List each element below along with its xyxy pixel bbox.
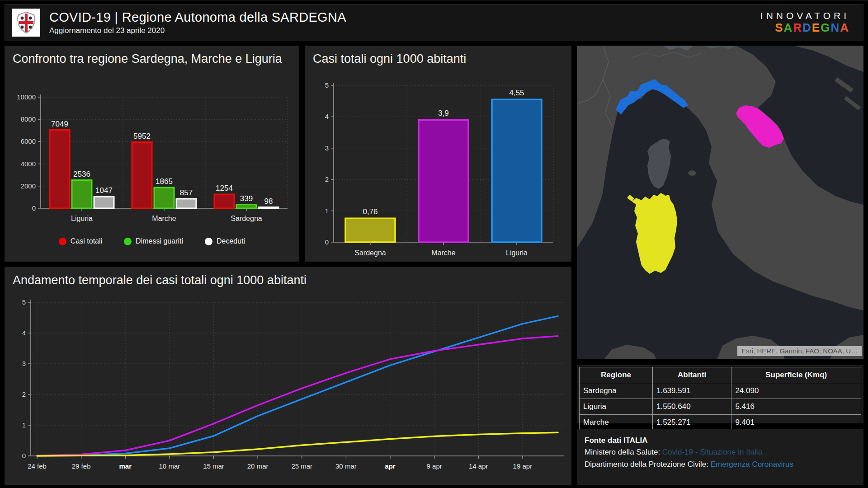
svg-text:98: 98 (264, 197, 273, 206)
brand-letter: D (802, 21, 812, 34)
svg-text:14 apr: 14 apr (469, 462, 488, 470)
svg-text:3: 3 (325, 144, 329, 152)
legend-item: Deceduti (205, 237, 245, 245)
svg-text:Liguria: Liguria (71, 215, 93, 222)
svg-text:6000: 6000 (21, 137, 36, 145)
svg-text:3: 3 (22, 360, 26, 367)
svg-text:0,76: 0,76 (363, 207, 377, 216)
svg-text:4: 4 (22, 329, 26, 337)
table-cell: Liguria (580, 399, 653, 415)
legend-label: Deceduti (217, 237, 245, 245)
svg-text:9 apr: 9 apr (427, 462, 442, 470)
sardegna-coat-of-arms-logo (12, 9, 40, 37)
svg-text:Marche: Marche (431, 249, 455, 257)
covid-dashboard: COVID-19 | Regione Autonoma della SARDEG… (0, 0, 868, 488)
svg-text:2: 2 (22, 390, 26, 398)
brand-letter: S (775, 21, 783, 34)
svg-text:3,9: 3,9 (438, 109, 449, 117)
svg-text:339: 339 (240, 194, 253, 203)
panel-casi-1000: Casi totali ogni 1000 abitanti 0123450,7… (305, 46, 571, 262)
svg-text:857: 857 (180, 188, 193, 197)
fonte-title: Fonte dati ITALIA (585, 435, 856, 446)
confronto-chart-title: Confronto tra regione Sardegna, Marche e… (5, 46, 299, 67)
fonte-link[interactable]: Covid-19 - Situazione in Italia (662, 448, 762, 456)
svg-text:1865: 1865 (156, 177, 173, 186)
svg-text:Sardegna: Sardegna (231, 215, 262, 222)
table-cell: 1.639.591 (652, 383, 731, 399)
table-cell: Sardegna (580, 383, 653, 399)
svg-text:30 mar: 30 mar (335, 462, 357, 470)
confronto-legend: Casi totaliDimessi guaritiDeceduti (5, 237, 299, 245)
svg-text:24 feb: 24 feb (28, 462, 47, 470)
fonte-line-label: Dipartimento della Protezione Civile: (585, 460, 711, 469)
confronto-bar-chart: 0200040006000800010000704925361047Liguri… (5, 87, 299, 232)
andamento-chart-title: Andamento temporale dei casi totali ogni… (5, 267, 571, 288)
table-header-regione: Regione (580, 367, 653, 383)
casi1000-bar-chart: 0123450,76Sardegna3,9Marche4,55Liguria (305, 72, 571, 257)
svg-text:0: 0 (325, 238, 329, 246)
table-header-abitanti: Abitanti (652, 367, 731, 383)
svg-text:1: 1 (22, 421, 26, 429)
svg-text:10 mar: 10 mar (159, 462, 180, 470)
svg-text:29 feb: 29 feb (72, 462, 91, 470)
svg-text:2: 2 (325, 175, 329, 183)
legend-item: Casi totali (59, 237, 102, 245)
svg-text:5: 5 (22, 298, 26, 306)
brand-letter: A (784, 21, 793, 34)
legend-label: Dimessi guariti (136, 237, 183, 245)
panel-andamento-temporale: Andamento temporale dei casi totali ogni… (5, 267, 571, 485)
brand-top-text: INNOVATORI (760, 10, 849, 21)
svg-text:1: 1 (325, 207, 329, 215)
legend-label: Casi totali (71, 237, 102, 245)
svg-text:4: 4 (325, 113, 329, 120)
andamento-line-chart: 01234524 feb29 febmar10 mar15 mar20 mar2… (5, 290, 571, 485)
svg-text:mar: mar (119, 462, 132, 470)
table-row: Liguria1.550.6405.416 (580, 399, 861, 415)
svg-text:Sardegna: Sardegna (354, 249, 386, 257)
brand-letter: E (812, 21, 821, 34)
svg-text:7049: 7049 (51, 120, 68, 128)
brand-letter: A (840, 21, 849, 34)
fonte-link[interactable]: Emergenza Coronavirus (711, 460, 793, 469)
table-cell: 24.090 (731, 383, 861, 399)
table-header-superficie-kmq-: Superficie (Kmq) (731, 367, 861, 383)
table-cell: 1.550.640 (652, 399, 731, 415)
svg-text:Liguria: Liguria (506, 249, 528, 257)
map-attribution: Esri, HERE, Garmin, FAO, NOAA, U… (737, 346, 862, 356)
svg-text:4000: 4000 (21, 160, 36, 168)
brand-letter: G (821, 21, 830, 34)
region-table: RegioneAbitantiSuperficie (Kmq)Sardegna1… (579, 367, 861, 431)
table-cell: 9.401 (731, 415, 861, 431)
page-subtitle: Aggiornamento del 23 aprile 2020 (49, 26, 346, 35)
svg-text:20 mar: 20 mar (247, 462, 269, 470)
legend-item: Dimessi guariti (124, 237, 183, 245)
svg-text:1254: 1254 (216, 184, 233, 192)
svg-text:19 apr: 19 apr (513, 462, 533, 470)
svg-text:apr: apr (385, 462, 396, 470)
brand-bottom-text: SARDEGNA (760, 21, 849, 35)
fonte-line: Dipartimento della Protezione Civile: Em… (585, 459, 856, 470)
fonte-line-label: Ministero della Salute: (585, 448, 662, 456)
panel-fonte-dati: Fonte dati ITALIA Ministero della Salute… (577, 429, 863, 485)
table-row: Sardegna1.639.59124.090 (580, 383, 861, 399)
svg-text:25 mar: 25 mar (291, 462, 312, 470)
panel-confronto-regioni: Confronto tra regione Sardegna, Marche e… (5, 46, 299, 262)
svg-text:1047: 1047 (95, 186, 113, 195)
svg-text:0: 0 (22, 452, 26, 460)
innovatori-sardegna-logo: INNOVATORI SARDEGNA (760, 10, 849, 35)
svg-text:4,55: 4,55 (509, 89, 524, 97)
svg-text:5: 5 (325, 81, 329, 89)
italy-regions-map[interactable]: Esri, HERE, Garmin, FAO, NOAA, U… (577, 46, 863, 359)
svg-text:10000: 10000 (17, 93, 36, 101)
svg-text:2536: 2536 (73, 170, 90, 178)
casi1000-chart-title: Casi totali ogni 1000 abitanti (305, 46, 571, 67)
panel-region-table: RegioneAbitantiSuperficie (Kmq)Sardegna1… (577, 365, 863, 423)
svg-text:Marche: Marche (152, 215, 176, 222)
svg-text:0: 0 (32, 204, 36, 212)
map-canvas-icon (577, 46, 863, 359)
table-cell: 5.416 (731, 399, 861, 415)
table-cell: 1.525.271 (652, 415, 731, 431)
legend-color-dot (205, 238, 212, 245)
page-title: COVID-19 | Regione Autonoma della SARDEG… (49, 10, 346, 25)
sardegna-logo-icon (14, 10, 39, 35)
